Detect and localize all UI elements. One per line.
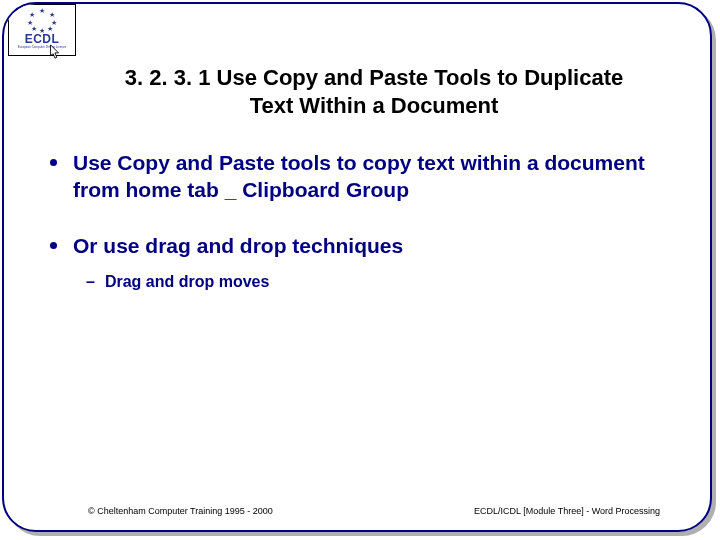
eu-stars-icon: ★ ★ ★ ★ ★ ★ ★ ★ <box>27 7 57 31</box>
bullet-2-text: Or use drag and drop techniques <box>73 232 670 259</box>
b1-paste: Paste <box>219 151 275 174</box>
cursor-icon <box>49 44 61 60</box>
bullet-1-text: Use Copy and Paste tools to copy text wi… <box>73 149 670 204</box>
bullet-dot-icon <box>50 159 57 166</box>
bullet-1: Use Copy and Paste tools to copy text wi… <box>50 149 670 204</box>
slide-frame: ★ ★ ★ ★ ★ ★ ★ ★ ECDL European Computer D… <box>2 2 712 532</box>
bullet-2-sub: – Drag and drop moves <box>86 273 670 291</box>
bullet-2-sub-text: Drag and drop moves <box>105 273 269 291</box>
footer-module: ECDL/ICDL [Module Three] - Word Processi… <box>474 506 660 516</box>
b1-mid: and <box>170 151 219 174</box>
title-line-1: 3. 2. 3. 1 Use Copy and Paste Tools to D… <box>94 64 654 92</box>
bullet-dot-icon <box>50 242 57 249</box>
slide-content: Use Copy and Paste tools to copy text wi… <box>50 149 670 291</box>
b1-copy: Copy <box>117 151 170 174</box>
footer-copyright: © Cheltenham Computer Training 1995 - 20… <box>88 506 273 516</box>
bullet-2: Or use drag and drop techniques <box>50 232 670 259</box>
title-line-2: Text Within a Document <box>94 92 654 120</box>
ecdl-logo: ★ ★ ★ ★ ★ ★ ★ ★ ECDL European Computer D… <box>8 4 76 56</box>
dash-icon: – <box>86 273 95 291</box>
b1-pre: Use <box>73 151 117 174</box>
slide-title: 3. 2. 3. 1 Use Copy and Paste Tools to D… <box>94 64 654 119</box>
